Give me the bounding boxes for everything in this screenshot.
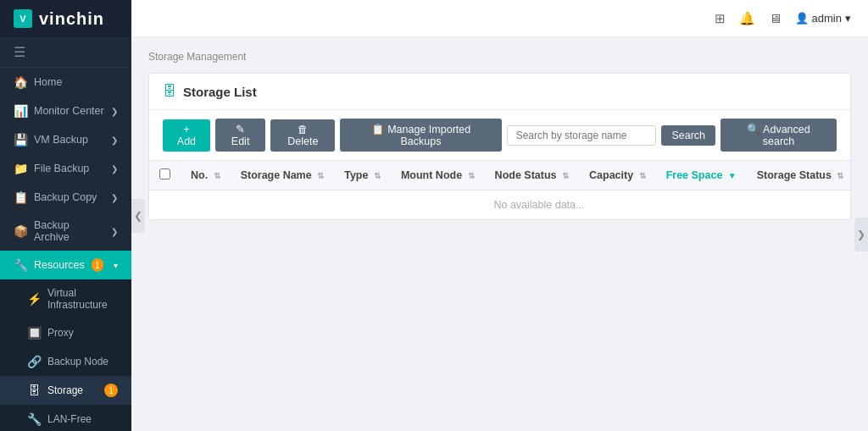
col-type[interactable]: Type ⇅ [334, 161, 391, 191]
sidebar: V vinchin ☰ 🏠 Home 📊 Monitor Center ❯ 💾 … [0, 0, 131, 431]
sidebar-item-resources[interactable]: 🔧 Resources 1 ▾ [0, 251, 131, 279]
storage-list-icon: 🗄 [163, 84, 176, 99]
submenu-resources: ⚡ Virtual Infrastructure 🔲 Proxy 🔗 Backu… [0, 279, 131, 431]
topbar: ⊞ 🔔 🖥 👤 admin ▾ [131, 0, 868, 37]
monitor-icon[interactable]: 🖥 [769, 11, 782, 25]
backup-archive-icon: 📦 [14, 224, 27, 238]
col-storage-status-label: Storage Status [757, 169, 832, 181]
sidebar-item-label: Backup Node [47, 356, 108, 367]
col-mount-node[interactable]: Mount Node ⇅ [391, 161, 485, 191]
sidebar-item-label: VM Backup [34, 134, 88, 146]
chevron-right-icon: ❯ [111, 227, 118, 236]
search-button[interactable]: Search [661, 125, 715, 146]
sidebar-item-lan-free[interactable]: 🔧 LAN-Free [0, 405, 131, 431]
sort-icon-free-space: ▼ [728, 171, 737, 180]
main-content: ⊞ 🔔 🖥 👤 admin ▾ Storage Management 🗄 Sto… [131, 0, 868, 431]
proxy-icon: 🔲 [27, 326, 41, 340]
sidebar-item-label: Backup Archive [34, 219, 104, 243]
sidebar-item-label: LAN-Free [47, 413, 92, 425]
sidebar-item-vm-backup[interactable]: 💾 VM Backup ❯ [0, 125, 131, 154]
sidebar-item-label: Proxy [47, 327, 74, 339]
page-content: Storage Management 🗄 Storage List + Add … [131, 37, 868, 431]
sort-icon-capacity: ⇅ [639, 171, 646, 180]
toolbar: + Add ✎ Edit 🗑 Delete 📋 Manage Imported … [149, 110, 850, 161]
storage-table: No. ⇅ Storage Name ⇅ Type ⇅ [149, 161, 850, 219]
panel-header: 🗄 Storage List [149, 74, 850, 110]
user-menu[interactable]: 👤 admin ▾ [795, 12, 851, 25]
sidebar-item-storage[interactable]: 🗄 Storage 1 [0, 376, 131, 405]
sort-icon-mount-node: ⇅ [468, 171, 475, 180]
menu-toggle[interactable]: ☰ [0, 37, 131, 68]
user-dropdown-arrow: ▾ [845, 12, 851, 25]
sidebar-item-monitor-center[interactable]: 📊 Monitor Center ❯ [0, 97, 131, 125]
chevron-down-icon: ▾ [114, 261, 118, 270]
sidebar-item-label: Storage [47, 384, 83, 396]
manage-imported-backups-button[interactable]: 📋 Manage Imported Backups [340, 119, 501, 152]
virtual-infrastructure-icon: ⚡ [27, 292, 41, 306]
sidebar-item-proxy[interactable]: 🔲 Proxy [0, 318, 131, 347]
col-mount-node-label: Mount Node [401, 169, 462, 181]
col-type-label: Type [344, 169, 368, 181]
sort-icon-type: ⇅ [374, 171, 381, 180]
logo-text: vinchin [39, 9, 104, 29]
sidebar-item-backup-archive[interactable]: 📦 Backup Archive ❯ [0, 212, 131, 251]
storage-badge: 1 [104, 384, 118, 397]
storage-panel: 🗄 Storage List + Add ✎ Edit 🗑 Delete 📋 M… [148, 73, 851, 220]
table-header-row: No. ⇅ Storage Name ⇅ Type ⇅ [149, 161, 850, 191]
sidebar-item-label: Home [34, 76, 62, 88]
edit-button[interactable]: ✎ Edit [215, 119, 266, 152]
chevron-right-icon: ❯ [111, 193, 118, 202]
no-data-row: No available data... [149, 191, 850, 220]
sidebar-item-backup-copy[interactable]: 📋 Backup Copy ❯ [0, 183, 131, 212]
grid-icon[interactable]: ⊞ [715, 11, 726, 26]
sidebar-item-backup-node[interactable]: 🔗 Backup Node [0, 347, 131, 376]
advanced-search-button[interactable]: 🔍 Advanced search [721, 119, 837, 152]
no-data-cell: No available data... [149, 191, 850, 220]
sidebar-collapse-button[interactable]: ❮ [131, 199, 145, 233]
select-all-checkbox[interactable] [159, 169, 170, 180]
chevron-right-icon: ❯ [111, 164, 118, 174]
sort-icon-no: ⇅ [214, 171, 220, 180]
col-free-space-label: Free Space [666, 169, 723, 181]
sidebar-item-file-backup[interactable]: 📁 File Backup ❯ [0, 154, 131, 183]
logo-icon: V [14, 9, 32, 28]
lan-free-icon: 🔧 [27, 412, 41, 426]
backup-copy-icon: 📋 [14, 191, 27, 204]
chevron-right-icon: ❯ [111, 135, 118, 145]
add-button[interactable]: + Add [163, 119, 210, 152]
col-storage-name-label: Storage Name [241, 169, 312, 181]
col-capacity-label: Capacity [589, 169, 633, 181]
col-no[interactable]: No. ⇅ [181, 161, 231, 191]
col-storage-status[interactable]: Storage Status ⇅ [747, 161, 850, 191]
bell-icon[interactable]: 🔔 [739, 11, 755, 26]
col-free-space[interactable]: Free Space ▼ [656, 161, 747, 191]
col-capacity[interactable]: Capacity ⇅ [579, 161, 656, 191]
search-input[interactable] [507, 125, 657, 146]
sort-icon-node-status: ⇅ [562, 171, 569, 180]
col-node-status-label: Node Status [495, 169, 557, 181]
chevron-right-icon: ❯ [857, 229, 865, 240]
storage-icon: 🗄 [27, 384, 41, 397]
content-collapse-button[interactable]: ❯ [854, 218, 868, 251]
sidebar-item-label: Backup Copy [34, 191, 97, 203]
breadcrumb: Storage Management [148, 51, 851, 63]
col-node-status[interactable]: Node Status ⇅ [485, 161, 579, 191]
hamburger-icon: ☰ [14, 45, 25, 59]
vm-backup-icon: 💾 [14, 133, 27, 146]
delete-button[interactable]: 🗑 Delete [270, 119, 335, 152]
col-storage-name[interactable]: Storage Name ⇅ [231, 161, 335, 191]
sort-icon-storage-name: ⇅ [317, 171, 324, 180]
username-label: admin [812, 12, 842, 25]
sidebar-item-label: File Backup [34, 163, 89, 174]
user-avatar-icon: 👤 [795, 12, 809, 25]
resources-icon: 🔧 [14, 258, 27, 272]
sidebar-item-home[interactable]: 🏠 Home [0, 68, 131, 97]
panel-title: Storage List [183, 85, 257, 99]
col-no-label: No. [191, 169, 208, 181]
monitor-center-icon: 📊 [14, 104, 27, 118]
file-backup-icon: 📁 [14, 162, 27, 175]
chevron-right-icon: ❯ [111, 107, 118, 116]
sidebar-item-virtual-infrastructure[interactable]: ⚡ Virtual Infrastructure [0, 279, 131, 318]
chevron-left-icon: ❮ [134, 210, 142, 222]
backup-node-icon: 🔗 [27, 355, 41, 368]
